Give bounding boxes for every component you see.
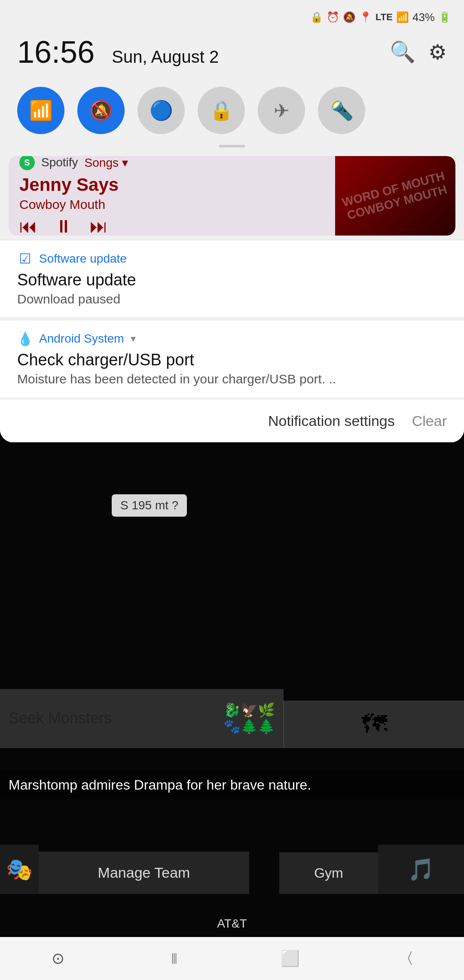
- alarm-icon: ⏰: [327, 11, 339, 23]
- wifi-toggle[interactable]: 📶: [17, 87, 64, 134]
- nav-square-button[interactable]: ⬜: [277, 946, 303, 971]
- lte-label: LTE: [375, 12, 393, 23]
- notif-2-body: Moisture has been detected in your charg…: [17, 372, 447, 386]
- seek-monsters-icons: 🐉🦅🌿🐾🌲🌲: [223, 702, 275, 735]
- game-narrative-text: Marshtomp admires Drampa for her brave n…: [0, 771, 464, 799]
- notif-1-header: ☑ Software update: [17, 251, 447, 266]
- mute-toggle[interactable]: 🔕: [77, 87, 125, 134]
- spotify-logo: S: [19, 156, 35, 170]
- notif-2-title: Check charger/USB port: [17, 351, 447, 369]
- date-display: Sun, August 2: [112, 47, 219, 66]
- rotation-icon: 🔒: [210, 99, 233, 122]
- datetime-display: 16:56 Sun, August 2: [17, 34, 219, 70]
- battery-label: 43%: [412, 11, 435, 24]
- spotify-app-name: Spotify: [41, 156, 78, 169]
- rotation-toggle[interactable]: 🔒: [198, 87, 245, 134]
- quick-toggles-row: 📶 🔕 🔵 🔒 ✈ 🔦: [0, 78, 464, 143]
- location-icon: 📍: [359, 11, 372, 23]
- spotify-media-card: S Spotify Songs ▾ Jenny Says Cowboy Mout…: [9, 156, 455, 236]
- wifi-icon: 📶: [29, 99, 53, 122]
- spotify-pause-button[interactable]: ⏸: [55, 216, 73, 236]
- distance-badge: S 195 mt ?: [112, 494, 187, 517]
- bluetooth-icon: 🔵: [150, 99, 173, 122]
- nav-back-button[interactable]: 〈: [393, 946, 419, 971]
- settings-icon[interactable]: ⚙: [428, 40, 447, 64]
- silent-icon: 🔕: [343, 11, 356, 23]
- spotify-artist: Cowboy Mouth: [19, 197, 445, 212]
- search-icon[interactable]: 🔍: [390, 40, 415, 64]
- notif-1-app-name: Software update: [39, 252, 127, 266]
- time-display: 16:56: [17, 35, 95, 69]
- manage-team-button[interactable]: Manage Team: [39, 851, 249, 894]
- spotify-prev-button[interactable]: ⏮: [19, 216, 37, 236]
- bluetooth-toggle[interactable]: 🔵: [137, 87, 185, 134]
- map-icon-button[interactable]: 🗺: [284, 701, 464, 748]
- notification-action-bar: Notification settings Clear: [0, 400, 464, 442]
- carrier-label: AT&T: [0, 917, 464, 931]
- notif-2-app-name: Android System: [39, 332, 124, 346]
- android-system-notification[interactable]: 💧 Android System ▾ Check charger/USB por…: [0, 320, 464, 397]
- android-system-icon: 💧: [17, 331, 33, 346]
- datetime-row: 16:56 Sun, August 2 🔍 ⚙: [0, 34, 464, 78]
- panel-divider: [219, 145, 245, 147]
- flashlight-toggle[interactable]: 🔦: [318, 87, 365, 134]
- notification-settings-button[interactable]: Notification settings: [268, 413, 395, 429]
- map-icon: 🗺: [361, 709, 387, 739]
- spotify-info: S Spotify Songs ▾ Jenny Says Cowboy Mout…: [19, 156, 445, 236]
- software-update-icon: ☑: [17, 251, 33, 266]
- battery-icon: 🔋: [438, 11, 451, 23]
- navigation-bar: ⊙ ⦀ ⬜ 〈: [0, 937, 464, 980]
- airplane-toggle[interactable]: ✈: [258, 87, 305, 134]
- seek-monsters-button[interactable]: Seek Monsters 🐉🦅🌿🐾🌲🌲: [0, 689, 284, 748]
- nav-home-button[interactable]: ⊙: [45, 946, 71, 971]
- avatar-icon: 🎭: [6, 857, 33, 882]
- spotify-controls: ⏮ ⏸ ⏭: [19, 216, 445, 236]
- gym-button[interactable]: Gym: [279, 852, 378, 894]
- spotify-next-button[interactable]: ⏭: [90, 216, 108, 236]
- music-icon: 🎵: [408, 857, 434, 882]
- music-button[interactable]: 🎵: [378, 845, 464, 894]
- notif-2-chevron-icon: ▾: [131, 333, 136, 345]
- status-icons: 🔒 ⏰ 🔕 📍 LTE 📶 43% 🔋: [310, 11, 451, 24]
- mute-icon: 🔕: [89, 99, 113, 122]
- header-action-icons: 🔍 ⚙: [390, 40, 447, 64]
- spotify-track-title: Jenny Says: [19, 175, 445, 195]
- status-bar: 🔒 ⏰ 🔕 📍 LTE 📶 43% 🔋: [0, 0, 464, 34]
- spotify-source-label: Songs ▾: [85, 156, 128, 170]
- nav-menu-button[interactable]: ⦀: [161, 946, 187, 971]
- notif-1-body: Download paused: [17, 292, 447, 306]
- notif-2-header: 💧 Android System ▾: [17, 331, 447, 346]
- lock-icon: 🔒: [310, 11, 323, 23]
- avatar-button[interactable]: 🎭: [0, 845, 39, 894]
- notification-panel: 🔒 ⏰ 🔕 📍 LTE 📶 43% 🔋 16:56 Sun, August 2 …: [0, 0, 464, 442]
- airplane-icon: ✈: [274, 100, 290, 122]
- signal-icon: 📶: [396, 11, 409, 23]
- software-update-notification[interactable]: ☑ Software update Software update Downlo…: [0, 240, 464, 317]
- flashlight-icon: 🔦: [330, 99, 354, 122]
- distance-text: S 195 mt ?: [120, 499, 178, 512]
- notif-1-title: Software update: [17, 271, 447, 289]
- spotify-header: S Spotify Songs ▾: [19, 156, 445, 170]
- clear-notifications-button[interactable]: Clear: [412, 413, 447, 429]
